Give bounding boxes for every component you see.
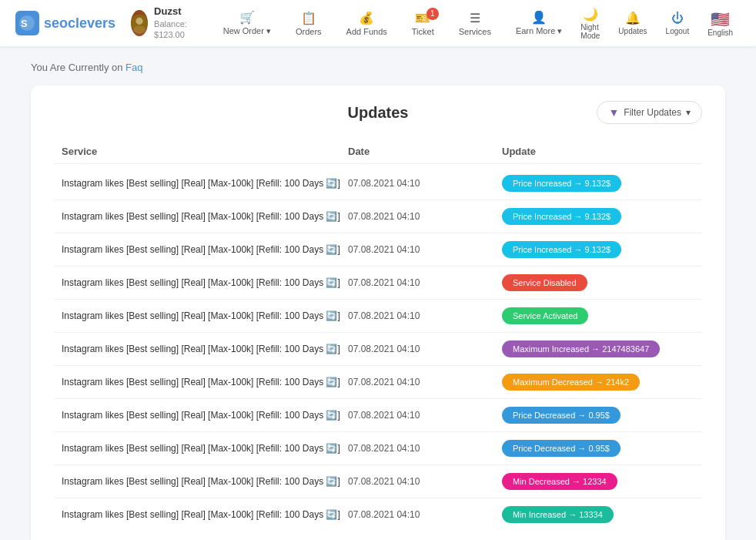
add-funds-icon: 💰 <box>359 11 374 25</box>
table-row: Instagram likes [Best selling] [Real] [M… <box>54 233 702 267</box>
table-row: Instagram likes [Best selling] [Real] [M… <box>54 200 702 233</box>
update-label: Maximum Increased → 2147483647 <box>502 340 660 357</box>
services-icon: ☰ <box>470 11 480 25</box>
service-name: Instagram likes [Best selling] [Real] [M… <box>62 310 348 321</box>
earn-more-icon: 👤 <box>531 10 547 25</box>
header: S seoclevers Duzst Balance: $123.00 🛒 Ne… <box>0 0 756 46</box>
nav-services[interactable]: ☰ Services <box>448 6 502 41</box>
chevron-down-icon: ▾ <box>686 107 691 118</box>
right-actions: 🌙 Night Mode 🔔 Updates ⏻ Logout 🇺🇸 Engli… <box>573 2 741 45</box>
date-cell: 07.08.2021 04:10 <box>348 476 502 487</box>
service-name: Instagram likes [Best selling] [Real] [M… <box>62 178 348 189</box>
date-cell: 07.08.2021 04:10 <box>348 211 502 222</box>
date-cell: 07.08.2021 04:10 <box>348 410 502 421</box>
main-content: You Are Currently on Faq Updates ▼ Filte… <box>0 46 756 540</box>
update-badge: Min Increased → 13334 <box>502 506 694 523</box>
date-cell: 07.08.2021 04:10 <box>348 443 502 454</box>
cart-icon: 🛒 <box>239 10 255 25</box>
service-name: Instagram likes [Best selling] [Real] [M… <box>62 410 348 421</box>
date-cell: 07.08.2021 04:10 <box>348 178 502 189</box>
avatar <box>131 10 148 36</box>
user-info: Duzst Balance: $123.00 <box>154 5 197 40</box>
breadcrumb: You Are Currently on Faq <box>31 62 725 73</box>
update-label: Service Activated <box>502 307 588 324</box>
updates-table: Instagram likes [Best selling] [Real] [M… <box>54 167 702 531</box>
orders-icon: 📋 <box>301 11 316 25</box>
service-name: Instagram likes [Best selling] [Real] [M… <box>62 443 348 454</box>
update-badge: Maximum Decreased → 214k2 <box>502 374 694 391</box>
service-name: Instagram likes [Best selling] [Real] [M… <box>62 277 348 288</box>
date-cell: 07.08.2021 04:10 <box>348 277 502 288</box>
logo-text: seoclevers <box>44 15 115 32</box>
night-mode-btn[interactable]: 🌙 Night Mode <box>573 2 607 45</box>
update-label: Price Decreased → 0.95$ <box>502 440 621 457</box>
svg-point-3 <box>135 18 142 25</box>
update-label: Price Increased → 9.132$ <box>502 241 621 258</box>
table-row: Instagram likes [Best selling] [Real] [M… <box>54 300 702 333</box>
col-service: Service <box>62 146 348 157</box>
table-row: Instagram likes [Best selling] [Real] [M… <box>54 432 702 465</box>
bell-icon: 🔔 <box>625 11 641 25</box>
update-badge: Service Activated <box>502 307 694 324</box>
user-balance: Balance: $123.00 <box>154 18 197 41</box>
nav-orders[interactable]: 📋 Orders <box>285 6 333 41</box>
update-label: Service Disabled <box>502 274 587 291</box>
svg-point-4 <box>133 25 146 33</box>
svg-text:S: S <box>21 18 28 29</box>
date-cell: 07.08.2021 04:10 <box>348 509 502 520</box>
update-badge: Price Decreased → 0.95$ <box>502 407 694 424</box>
date-cell: 07.08.2021 04:10 <box>348 344 502 354</box>
update-label: Min Increased → 13334 <box>502 506 614 523</box>
table-row: Instagram likes [Best selling] [Real] [M… <box>54 167 702 200</box>
updates-header: Updates ▼ Filter Updates ▾ <box>54 101 702 124</box>
ticket-badge: 1 <box>427 8 439 20</box>
breadcrumb-link[interactable]: Faq <box>125 62 142 73</box>
update-badge: Maximum Increased → 2147483647 <box>502 340 694 357</box>
language-btn[interactable]: 🇺🇸 English <box>700 5 741 42</box>
moon-icon: 🌙 <box>583 7 598 22</box>
col-update: Update <box>502 146 694 157</box>
service-name: Instagram likes [Best selling] [Real] [M… <box>62 344 348 354</box>
service-name: Instagram likes [Best selling] [Real] [M… <box>62 476 348 487</box>
table-row: Instagram likes [Best selling] [Real] [M… <box>54 498 702 531</box>
update-label: Price Increased → 9.132$ <box>502 175 621 192</box>
update-label: Maximum Decreased → 214k2 <box>502 374 640 391</box>
user-area: Duzst Balance: $123.00 <box>131 5 197 40</box>
service-name: Instagram likes [Best selling] [Real] [M… <box>62 211 348 222</box>
service-name: Instagram likes [Best selling] [Real] [M… <box>62 377 348 387</box>
service-name: Instagram likes [Best selling] [Real] [M… <box>62 244 348 255</box>
flag-icon: 🇺🇸 <box>711 10 730 29</box>
nav-ticket[interactable]: 🎫 Ticket 1 <box>401 6 445 41</box>
updates-title: Updates <box>270 104 487 122</box>
updates-btn[interactable]: 🔔 Updates <box>610 6 654 40</box>
col-date: Date <box>348 146 502 157</box>
table-header: Service Date Update <box>54 139 702 164</box>
nav-earn-more[interactable]: 👤 Earn More ▾ <box>505 5 573 41</box>
update-badge: Min Decreased → 12334 <box>502 473 694 490</box>
filter-updates-button[interactable]: ▼ Filter Updates ▾ <box>597 101 702 124</box>
update-label: Price Decreased → 0.95$ <box>502 407 621 424</box>
table-row: Instagram likes [Best selling] [Real] [M… <box>54 465 702 498</box>
nav-new-order[interactable]: 🛒 New Order ▾ <box>212 5 282 41</box>
logout-icon: ⏻ <box>671 12 684 25</box>
user-name: Duzst <box>154 5 197 18</box>
update-badge: Price Increased → 9.132$ <box>502 208 694 225</box>
nav-add-funds[interactable]: 💰 Add Funds <box>336 6 398 41</box>
table-row: Instagram likes [Best selling] [Real] [M… <box>54 333 702 366</box>
service-name: Instagram likes [Best selling] [Real] [M… <box>62 509 348 520</box>
update-badge: Service Disabled <box>502 274 694 291</box>
table-row: Instagram likes [Best selling] [Real] [M… <box>54 399 702 432</box>
logo-icon: S <box>15 11 39 35</box>
table-row: Instagram likes [Best selling] [Real] [M… <box>54 366 702 399</box>
filter-icon: ▼ <box>608 106 619 119</box>
table-row: Instagram likes [Best selling] [Real] [M… <box>54 267 702 300</box>
date-cell: 07.08.2021 04:10 <box>348 377 502 387</box>
update-label: Min Decreased → 12334 <box>502 473 617 490</box>
update-label: Price Increased → 9.132$ <box>502 208 621 225</box>
updates-section: Updates ▼ Filter Updates ▾ Service Date … <box>31 86 725 540</box>
date-cell: 07.08.2021 04:10 <box>348 310 502 321</box>
logout-btn[interactable]: ⏻ Logout <box>658 7 697 40</box>
logo[interactable]: S seoclevers <box>15 11 115 35</box>
main-nav: 🛒 New Order ▾ 📋 Orders 💰 Add Funds 🎫 Tic… <box>212 5 574 41</box>
update-badge: Price Increased → 9.132$ <box>502 175 694 192</box>
